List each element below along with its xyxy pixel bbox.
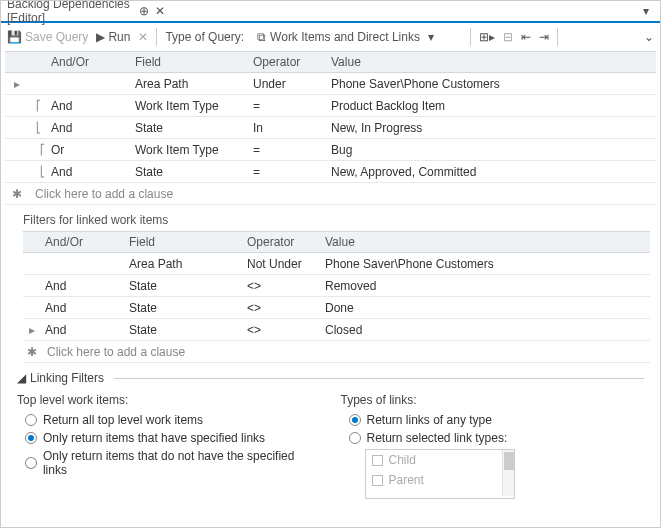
link-type-item[interactable]: Child: [366, 450, 502, 470]
filter-row[interactable]: Area Path Not Under Phone Saver\Phone Cu…: [23, 253, 650, 275]
linked-filters-label: Filters for linked work items: [23, 213, 660, 227]
chevron-down-icon: ▾: [428, 30, 434, 44]
radio-return-without[interactable]: Only return items that do not have the s…: [25, 449, 321, 477]
filter-row[interactable]: And State <> Removed: [23, 275, 650, 297]
linked-filter-grid: And/Or Field Operator Value Area Path No…: [23, 231, 650, 363]
query-type-select[interactable]: ⧉ Work Items and Direct Links ▾: [252, 27, 439, 47]
overflow-menu[interactable]: ⌄: [644, 30, 654, 44]
linking-filters-header[interactable]: ◢ Linking Filters: [17, 371, 644, 385]
radio-links-selected[interactable]: Return selected link types:: [349, 431, 645, 445]
collapse-icon[interactable]: ◢: [17, 371, 26, 385]
link-type-item[interactable]: Parent: [366, 470, 502, 490]
new-row-icon: ✱: [23, 345, 41, 359]
col-header-value[interactable]: Value: [321, 235, 650, 249]
play-icon: ▶: [96, 30, 105, 44]
radio-return-specified[interactable]: Only return items that have specified li…: [25, 431, 321, 445]
outdent-button[interactable]: ⇥: [539, 30, 549, 44]
separator: [156, 28, 157, 46]
link-types-list: Child Parent: [365, 449, 515, 499]
save-icon: 💾: [7, 30, 22, 44]
add-clause-button[interactable]: ⊞▸: [479, 30, 495, 44]
top-filter-grid: And/Or Field Operator Value ▸ Area Path …: [5, 51, 656, 205]
filter-row[interactable]: ⎡ And Work Item Type = Product Backlog I…: [5, 95, 656, 117]
scrollbar[interactable]: [502, 450, 514, 496]
col-header-operator[interactable]: Operator: [249, 55, 327, 69]
indent-button[interactable]: ⇤: [521, 30, 531, 44]
col-header-andor[interactable]: And/Or: [41, 235, 125, 249]
separator: [470, 28, 471, 46]
group-bracket-icon: ⎣: [29, 122, 47, 133]
filter-row[interactable]: ⎡ Or Work Item Type = Bug: [5, 139, 656, 161]
run-button[interactable]: ▶ Run: [96, 30, 130, 44]
query-type-label: Type of Query:: [165, 30, 244, 44]
save-query-button[interactable]: 💾 Save Query: [7, 30, 88, 44]
col-header-field[interactable]: Field: [131, 55, 249, 69]
col-header-operator[interactable]: Operator: [243, 235, 321, 249]
types-of-links-label: Types of links:: [341, 393, 645, 407]
pin-icon[interactable]: ⊕: [136, 4, 152, 18]
col-header-andor[interactable]: And/Or: [47, 55, 131, 69]
row-handle-icon[interactable]: ▸: [5, 77, 29, 91]
col-header-field[interactable]: Field: [125, 235, 243, 249]
dropdown-menu-icon[interactable]: ▾: [638, 4, 654, 18]
add-clause-row[interactable]: ✱ Click here to add a clause: [5, 183, 656, 205]
filter-row[interactable]: ▸ Area Path Under Phone Saver\Phone Cust…: [5, 73, 656, 95]
row-handle-icon[interactable]: ▸: [23, 323, 41, 337]
group-bracket-icon: ⎣: [29, 166, 47, 177]
separator: [557, 28, 558, 46]
links-icon: ⧉: [257, 30, 266, 44]
tab-title[interactable]: Backlog Dependencies [Editor]: [7, 0, 136, 25]
new-row-icon: ✱: [5, 187, 29, 201]
top-level-label: Top level work items:: [17, 393, 321, 407]
filter-row[interactable]: ⎣ And State In New, In Progress: [5, 117, 656, 139]
remove-clause-button[interactable]: ⊟: [503, 30, 513, 44]
group-bracket-icon: ⎡: [29, 100, 47, 111]
radio-return-all[interactable]: Return all top level work items: [25, 413, 321, 427]
radio-links-any[interactable]: Return links of any type: [349, 413, 645, 427]
delete-button[interactable]: ✕: [138, 30, 148, 44]
col-header-value[interactable]: Value: [327, 55, 656, 69]
filter-row[interactable]: ▸ And State <> Closed: [23, 319, 650, 341]
filter-row[interactable]: ⎣ And State = New, Approved, Committed: [5, 161, 656, 183]
filter-row[interactable]: And State <> Done: [23, 297, 650, 319]
add-clause-row[interactable]: ✱ Click here to add a clause: [23, 341, 650, 363]
close-icon[interactable]: ✕: [152, 4, 168, 18]
group-bracket-icon: ⎡: [29, 144, 47, 155]
